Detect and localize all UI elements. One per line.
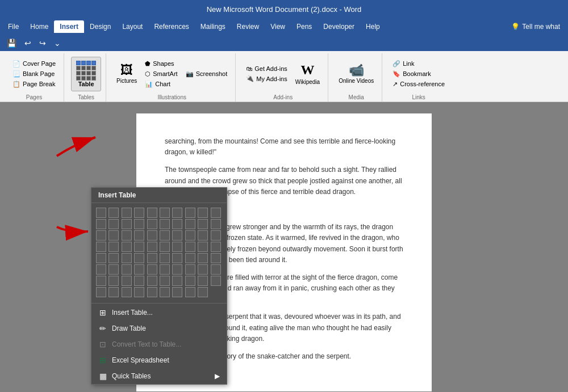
grid-cell[interactable] <box>160 287 170 297</box>
insert-table-btn[interactable]: ⊞ Insert Table... <box>91 305 227 321</box>
grid-cell[interactable] <box>172 253 182 263</box>
menu-file[interactable]: File <box>2 20 24 33</box>
grid-cell[interactable] <box>108 253 119 263</box>
bookmark-btn[interactable]: 🔖 Bookmark <box>389 69 448 79</box>
grid-cell[interactable] <box>147 253 157 263</box>
grid-cell[interactable] <box>172 208 182 218</box>
menu-layout[interactable]: Layout <box>116 20 148 33</box>
grid-cell[interactable] <box>96 253 106 263</box>
menu-mailings[interactable]: Mailings <box>195 20 231 33</box>
grid-cell[interactable] <box>147 287 157 297</box>
grid-cell[interactable] <box>108 242 119 252</box>
grid-cell[interactable] <box>198 230 208 241</box>
grid-cell[interactable] <box>134 242 144 252</box>
grid-cell[interactable] <box>108 264 119 275</box>
grid-cell[interactable] <box>122 264 132 275</box>
grid-cell[interactable] <box>211 230 221 241</box>
grid-cell[interactable] <box>198 253 208 263</box>
redo-btn[interactable]: ↪ <box>37 37 48 49</box>
grid-cell[interactable] <box>185 276 195 286</box>
grid-cell[interactable] <box>96 230 106 241</box>
grid-cell[interactable] <box>147 276 157 286</box>
grid-cell[interactable] <box>96 287 106 297</box>
grid-cell[interactable] <box>211 276 221 286</box>
grid-cell[interactable] <box>147 208 157 218</box>
grid-cell[interactable] <box>134 276 144 286</box>
chart-btn[interactable]: 📊 Chart <box>141 79 181 89</box>
grid-cell[interactable] <box>122 287 132 297</box>
grid-cell[interactable] <box>185 219 195 229</box>
grid-cell[interactable] <box>198 264 208 275</box>
get-addins-btn[interactable]: 🛍 Get Add-ins <box>243 64 290 73</box>
cover-page-btn[interactable]: 📄 Cover Page <box>9 59 59 69</box>
wikipedia-btn[interactable]: W Wikipedia <box>292 60 323 87</box>
document-area[interactable]: searching, from the mountains! Come and … <box>0 102 568 392</box>
grid-cell[interactable] <box>122 208 132 218</box>
table-grid-picker[interactable] <box>91 203 227 302</box>
grid-cell[interactable] <box>96 242 106 252</box>
undo-btn[interactable]: ↩ <box>22 37 34 49</box>
table-button[interactable]: Table <box>71 57 101 91</box>
screenshot-btn[interactable]: 📷 Screenshot <box>182 69 231 79</box>
grid-cell[interactable] <box>185 208 195 218</box>
grid-cell[interactable] <box>185 264 195 275</box>
grid-cell[interactable] <box>160 253 170 263</box>
tell-me-area[interactable]: 💡 Tell me what <box>506 20 566 33</box>
excel-spreadsheet-btn[interactable]: ⊞ Excel Spreadsheet <box>91 352 227 368</box>
grid-cell[interactable] <box>122 219 132 229</box>
grid-cell[interactable] <box>96 276 106 286</box>
grid-cell[interactable] <box>211 208 221 218</box>
menu-help[interactable]: Help <box>360 20 386 33</box>
grid-cell[interactable] <box>211 242 221 252</box>
grid-cell[interactable] <box>172 230 182 241</box>
menu-developer[interactable]: Developer <box>318 20 360 33</box>
grid-cell[interactable] <box>185 253 195 263</box>
grid-cell[interactable] <box>160 230 170 241</box>
grid-cell[interactable] <box>108 287 119 297</box>
grid-cell[interactable] <box>108 219 119 229</box>
link-btn[interactable]: 🔗 Link <box>389 59 448 69</box>
grid-cell[interactable] <box>160 276 170 286</box>
menu-home[interactable]: Home <box>24 20 54 33</box>
shapes-btn[interactable]: ⬟ Shapes <box>141 59 181 69</box>
grid-cell[interactable] <box>211 219 221 229</box>
grid-cell[interactable] <box>134 264 144 275</box>
menu-references[interactable]: References <box>148 20 194 33</box>
grid-cell[interactable] <box>108 230 119 241</box>
grid-cell[interactable] <box>198 208 208 218</box>
grid-cell[interactable] <box>147 264 157 275</box>
draw-table-btn[interactable]: ✏ Draw Table <box>91 321 227 336</box>
grid-cell[interactable] <box>198 276 208 286</box>
grid-cell[interactable] <box>172 219 182 229</box>
menu-review[interactable]: Review <box>231 20 265 33</box>
menu-design[interactable]: Design <box>84 20 116 33</box>
menu-insert[interactable]: Insert <box>54 20 84 33</box>
pictures-btn[interactable]: 🖼 Pictures <box>113 62 140 86</box>
grid-cell[interactable] <box>198 287 208 297</box>
grid-cell[interactable] <box>122 253 132 263</box>
my-addins-btn[interactable]: 🔌 My Add-ins <box>243 74 290 83</box>
grid-cell[interactable] <box>211 253 221 263</box>
grid-cell[interactable] <box>134 287 144 297</box>
grid-cell[interactable] <box>122 242 132 252</box>
grid-cell[interactable] <box>147 230 157 241</box>
grid-cell[interactable] <box>160 264 170 275</box>
customize-btn[interactable]: ⌄ <box>52 37 63 49</box>
grid-cell[interactable] <box>134 253 144 263</box>
grid-cell[interactable] <box>96 264 106 275</box>
page-break-btn[interactable]: 📋 Page Break <box>9 79 59 89</box>
grid-cell[interactable] <box>96 208 106 218</box>
grid-cell[interactable] <box>185 230 195 241</box>
grid-cell[interactable] <box>134 230 144 241</box>
grid-cell[interactable] <box>160 242 170 252</box>
grid-cell[interactable] <box>172 287 182 297</box>
grid-cell[interactable] <box>134 219 144 229</box>
quick-tables-btn[interactable]: ▦ Quick Tables ▶ <box>91 368 227 384</box>
grid-cell[interactable] <box>108 208 119 218</box>
grid-cell[interactable] <box>198 242 208 252</box>
grid-cell[interactable] <box>147 219 157 229</box>
grid-cell[interactable] <box>172 276 182 286</box>
grid-cell[interactable] <box>134 208 144 218</box>
grid-cell[interactable] <box>198 219 208 229</box>
grid-cell[interactable] <box>185 242 195 252</box>
